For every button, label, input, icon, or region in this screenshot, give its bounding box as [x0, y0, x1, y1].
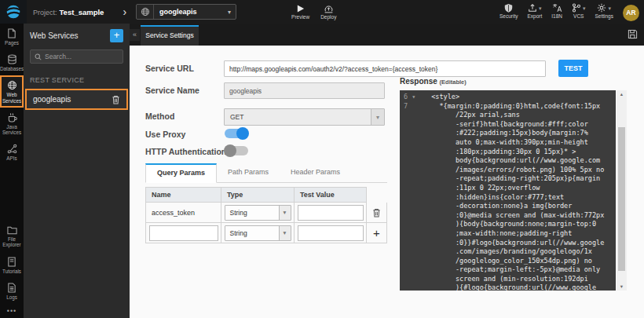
column-header-test-value: Test Value — [295, 187, 367, 203]
deploy-button[interactable]: Deploy — [320, 4, 336, 20]
service-search[interactable] — [30, 49, 123, 64]
response-code-editor[interactable]: 6 ▾ 7 <style> *{margin:0;padding:0}html,… — [400, 90, 616, 291]
scrollbar-thumb[interactable] — [618, 127, 625, 271]
column-header-name: Name — [145, 187, 221, 203]
folder-icon — [7, 225, 17, 235]
query-params-table: Name Type Test Value access_token String… — [145, 187, 408, 243]
service-list-item-googleapis[interactable]: googleapis — [25, 89, 128, 110]
page-icon — [7, 28, 16, 38]
tab-query-params[interactable]: Query Params — [145, 163, 217, 183]
chevron-down-icon: ▾ — [279, 226, 291, 240]
trash-icon[interactable] — [112, 95, 120, 104]
sidebar-item-tutorials[interactable]: Tutorials — [0, 252, 24, 278]
top-bar: Project:Test_sample › googleapis ▾ Previ… — [0, 0, 644, 24]
chevron-down-icon: ▾ — [583, 5, 586, 12]
column-header-type: Type — [221, 187, 295, 203]
new-param-test-value-input[interactable] — [298, 225, 364, 241]
sidebar-item-logs[interactable]: Logs — [0, 278, 24, 304]
app-logo[interactable] — [0, 0, 27, 24]
collapse-panel-icon[interactable]: « — [130, 29, 140, 41]
branch-icon — [572, 3, 581, 13]
table-header-row: Name Type Test Value — [145, 187, 408, 203]
breadcrumb-chevron-icon: › — [123, 6, 126, 17]
add-row-button[interactable]: + — [373, 227, 380, 239]
sidebar-item-apis[interactable]: APIs — [0, 139, 24, 165]
param-type-select[interactable]: String ▾ — [225, 205, 291, 221]
chevron-down-icon: ▾ — [279, 206, 291, 220]
service-selector-dropdown[interactable]: googleapis ▾ — [136, 4, 236, 20]
project-label: Project:Test_sample — [33, 8, 104, 16]
table-new-row: String ▾ + — [145, 223, 408, 243]
globe-icon — [7, 80, 17, 90]
translate-icon — [552, 3, 562, 13]
service-name-input[interactable] — [224, 82, 385, 99]
chevron-down-icon: ▾ — [228, 9, 236, 16]
param-test-value-input[interactable] — [298, 205, 364, 221]
sidebar-item-java-services[interactable]: Java Services — [0, 108, 24, 139]
editor-tab-bar: « Service Settings — [130, 24, 644, 46]
method-value: GET — [225, 113, 371, 121]
delete-row-button[interactable] — [372, 208, 381, 217]
editable-note: (Editable) — [440, 79, 467, 86]
test-button[interactable]: TEST — [558, 60, 588, 77]
service-settings-content: Service URL TEST Service Name Method GET… — [130, 46, 644, 318]
editor-scrollbar[interactable]: ▴ ▾ — [617, 90, 627, 291]
new-param-name-input[interactable] — [149, 225, 218, 241]
tab-header-params[interactable]: Header Params — [280, 163, 351, 182]
sidebar-item-web-services[interactable]: Web Services — [0, 75, 24, 107]
more-options-icon[interactable]: ••• — [0, 304, 24, 318]
trash-icon — [372, 208, 381, 217]
panel-title: Web Services — [30, 31, 79, 40]
add-service-button[interactable]: + — [110, 29, 123, 42]
tab-service-settings[interactable]: Service Settings — [141, 25, 199, 46]
gear-icon — [597, 3, 606, 13]
use-proxy-toggle[interactable] — [225, 129, 248, 138]
search-icon — [35, 53, 42, 60]
coffee-cup-icon — [7, 112, 17, 122]
app-window: Project:Test_sample › googleapis ▾ Previ… — [0, 0, 644, 318]
sidebar-item-pages[interactable]: Pages — [0, 24, 24, 49]
save-floppy-icon — [628, 29, 638, 39]
service-url-label: Service URL — [145, 64, 194, 73]
service-url-input[interactable] — [224, 60, 546, 77]
response-label: Response (Editable) — [400, 77, 467, 86]
settings-button[interactable]: ▾ Settings — [595, 3, 614, 19]
save-button[interactable] — [628, 29, 638, 39]
database-icon — [7, 54, 17, 64]
preview-button[interactable]: Preview — [291, 4, 309, 20]
api-nodes-icon — [7, 144, 17, 154]
logs-icon — [7, 283, 16, 293]
sidebar-item-databases[interactable]: Databases — [0, 49, 24, 75]
vcs-button[interactable]: ▾ VCS — [572, 3, 586, 19]
deploy-cloud-icon — [324, 4, 334, 13]
security-button[interactable]: Security — [499, 3, 518, 19]
user-avatar[interactable]: AR — [623, 5, 639, 21]
table-row: access_token String ▾ — [145, 203, 408, 223]
main-area: « Service Settings Service URL TEST Serv… — [130, 24, 644, 318]
i18n-button[interactable]: I18N — [551, 3, 562, 19]
toggle-knob — [224, 144, 236, 157]
column-header-actions — [367, 187, 387, 203]
method-select[interactable]: GET ▾ — [224, 108, 385, 126]
param-name-cell: access_token — [145, 203, 221, 223]
rest-service-section-label: REST SERVICE — [30, 76, 123, 84]
left-navigation-rail: Pages Databases Web Services Java Servic… — [0, 24, 24, 318]
project-name: Test_sample — [60, 8, 104, 16]
sidebar-item-file-explorer[interactable]: File Explorer — [0, 221, 24, 251]
service-selector-value: googleapis — [154, 8, 228, 16]
scroll-down-icon[interactable]: ▾ — [617, 283, 627, 291]
wavemaker-logo-icon — [5, 4, 21, 20]
new-param-type-select[interactable]: String ▾ — [225, 225, 291, 241]
scroll-up-icon[interactable]: ▴ — [617, 90, 627, 98]
shield-icon — [504, 3, 513, 13]
export-button[interactable]: ▾ Export — [527, 3, 542, 19]
use-proxy-label: Use Proxy — [145, 130, 185, 139]
search-input[interactable] — [45, 53, 119, 60]
globe-icon — [137, 5, 154, 19]
editor-code-text[interactable]: <style> *{margin:0;padding:0}html,code{f… — [423, 90, 616, 291]
tab-path-params[interactable]: Path Params — [217, 163, 280, 182]
nav-rail-spacer — [0, 166, 24, 221]
service-name-label: Service Name — [145, 86, 199, 95]
method-label: Method — [145, 111, 174, 121]
http-auth-toggle[interactable] — [225, 146, 248, 155]
